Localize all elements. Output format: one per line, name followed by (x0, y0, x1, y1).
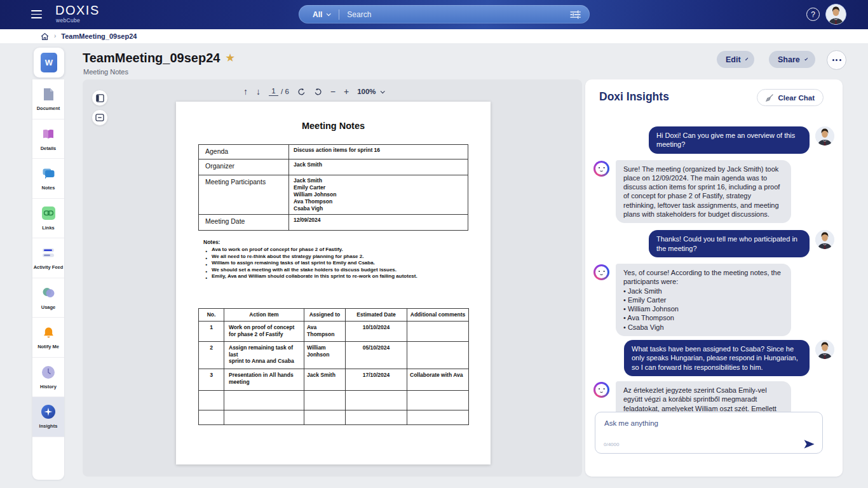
document-title: TeamMeeting_09sep24 (83, 51, 220, 65)
info-value: Jack Smith (289, 159, 468, 175)
sidebar-item-notes[interactable]: Notes (32, 159, 64, 199)
insights-panel-title: Doxi Insights (599, 90, 669, 104)
note-item: We should set a meeting with all the sta… (203, 267, 458, 274)
column-header: Action Item (224, 309, 304, 322)
chat-message-bot: Sure! The meeting (organized by Jack Smi… (593, 160, 834, 224)
clear-chat-button[interactable]: Clear Chat (757, 89, 824, 106)
user-message-bubble: What tasks have been assigned to Csaba? … (624, 340, 810, 376)
user-avatar (815, 340, 834, 359)
rotate-counterclockwise-icon[interactable] (314, 88, 322, 96)
chat-thread: Hi Doxi! Can you give me an overview of … (593, 119, 834, 435)
chat-message-user: What tasks have been assigned to Csaba? … (593, 340, 834, 376)
sidebar-item-label: History (40, 384, 57, 390)
info-value: 12/09/2024 (289, 215, 468, 231)
thumbnail-panel-button[interactable] (92, 90, 108, 106)
hamburger-menu-icon[interactable] (31, 10, 42, 18)
sidebar-item-label: Notes (42, 185, 55, 191)
info-label: Agenda (199, 145, 289, 159)
info-value: Discuss action items for sprint 16 (289, 145, 468, 159)
usage-icon (42, 285, 55, 301)
webcube-label: webCube (56, 17, 80, 24)
clear-chat-label: Clear Chat (778, 94, 815, 102)
previous-page-button[interactable]: ↑ (243, 87, 248, 96)
top-navbar: DOXIS webCube All ? (0, 0, 868, 29)
broom-icon (766, 94, 773, 102)
chat-input-box: 0/4000 (595, 412, 823, 454)
notify-bell-icon (43, 325, 54, 340)
table-row: 2 Assign remaining task of last sprint t… (199, 342, 469, 369)
activity-feed-icon (42, 245, 55, 261)
note-item: Emily, Ava and William should collaborat… (203, 273, 458, 280)
edit-button-label: Edit (726, 55, 741, 64)
doxi-insights-panel: Doxi Insights Clear Chat Hi Doxi! Can yo… (585, 79, 843, 477)
sidebar-item-history[interactable]: History (32, 358, 64, 398)
doxi-bot-avatar (593, 161, 609, 177)
sidebar-item-notify-me[interactable]: Notify Me (32, 318, 64, 358)
breadcrumb-separator: › (54, 32, 56, 39)
table-row: 1 Work on proof of concept for phase 2 o… (199, 322, 469, 342)
notes-icon (43, 166, 55, 181)
sidebar-item-details[interactable]: Details (32, 119, 64, 159)
sidebar-item-label: Details (41, 146, 57, 151)
sidebar-item-insights[interactable]: Insights (32, 397, 64, 437)
page-title: TeamMeeting_09sep24 ★ (83, 51, 234, 65)
notes-heading: Notes: (203, 239, 458, 245)
info-value: Jack Smith Emily Carter William Johnson … (289, 175, 468, 215)
zoom-out-button[interactable]: − (330, 87, 336, 96)
doxi-bot-avatar (593, 264, 609, 280)
chat-message-user: Hi Doxi! Can you give me an overview of … (593, 126, 834, 154)
file-type-card: W (34, 48, 64, 78)
edit-button[interactable]: Edit (717, 51, 754, 68)
page-total-label: / 6 (281, 88, 289, 95)
home-icon[interactable] (41, 32, 49, 41)
chevron-down-icon (327, 11, 331, 16)
column-header: Additional comments (407, 309, 469, 322)
table-row: 3 Presentation in All hands meeting Jack… (199, 369, 469, 391)
chevron-down-icon (745, 58, 748, 60)
chat-input[interactable] (597, 414, 806, 435)
search-input[interactable] (339, 10, 561, 19)
sidebar-item-document[interactable]: Document (32, 79, 64, 119)
chevron-down-icon (804, 57, 808, 60)
breadcrumb: › TeamMeeting_09sep24 (0, 29, 868, 43)
breadcrumb-current[interactable]: TeamMeeting_09sep24 (61, 32, 137, 40)
share-button[interactable]: Share (769, 51, 815, 68)
help-icon[interactable]: ? (806, 8, 820, 21)
word-file-icon: W (41, 53, 57, 72)
document-sidebar: Document Details Notes Links Activity Fe… (32, 79, 64, 480)
favorite-star-icon[interactable]: ★ (226, 52, 234, 64)
sidebar-item-usage[interactable]: Usage (32, 278, 64, 318)
share-button-label: Share (778, 55, 800, 64)
sidebar-item-label: Document (37, 105, 60, 111)
rotate-clockwise-icon[interactable] (297, 88, 306, 96)
send-message-button[interactable] (803, 439, 815, 449)
info-label: Organizer (199, 159, 289, 175)
sidebar-item-activity-feed[interactable]: Activity Feed (32, 238, 64, 278)
chat-message-user: Thanks! Could you tell me who participat… (593, 230, 834, 257)
next-page-button[interactable]: ↓ (256, 87, 261, 96)
user-avatar[interactable] (825, 4, 846, 25)
sidebar-item-label: Links (42, 225, 55, 231)
doxi-bot-avatar (593, 382, 609, 398)
bot-message-bubble: Sure! The meeting (organized by Jack Smi… (616, 160, 791, 224)
page-number-input[interactable] (269, 87, 278, 96)
user-message-bubble: Thanks! Could you tell me who participat… (649, 230, 810, 257)
note-item: We all need to re-think about the strate… (203, 254, 458, 261)
zoom-in-button[interactable]: + (344, 87, 349, 96)
column-header: No. (199, 309, 224, 322)
table-row (199, 391, 469, 410)
zoom-level-dropdown[interactable]: 100% (357, 88, 383, 95)
more-options-button[interactable] (827, 50, 846, 70)
search-filter-icon[interactable] (561, 10, 590, 19)
collapse-widget-button[interactable] (92, 109, 108, 126)
document-icon (43, 86, 54, 102)
insights-sparkle-icon (41, 404, 55, 419)
links-icon (42, 206, 55, 221)
sidebar-item-links[interactable]: Links (32, 199, 64, 239)
doxis-logo: DOXIS (55, 4, 100, 17)
meeting-info-table: Agenda Discuss action items for sprint 1… (198, 144, 468, 231)
pdf-viewer: ↑ ↓ / 6 − + 100% Meeting Notes Agenda (83, 79, 582, 477)
chat-message-bot: Yes, of course! According to the meeting… (593, 264, 834, 336)
search-scope-dropdown[interactable]: All (299, 10, 339, 19)
sidebar-item-label: Activity Feed (34, 264, 64, 270)
